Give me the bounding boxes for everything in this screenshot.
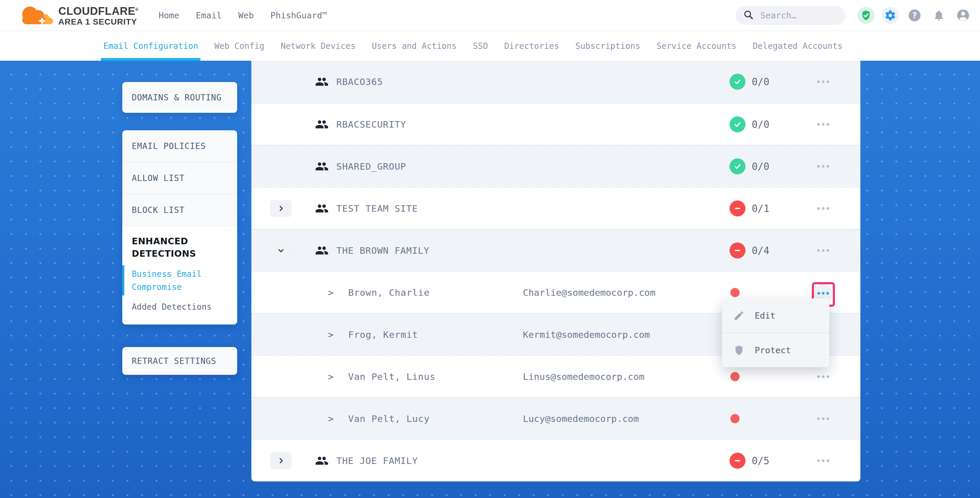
search-placeholder: Search… (760, 10, 796, 21)
content-area: DOMAINS & ROUTING EMAIL POLICIESALLOW LI… (0, 61, 980, 498)
search-input[interactable]: Search… (735, 6, 846, 25)
protected-count: 0/0 (752, 118, 770, 130)
tab-directories[interactable]: Directories (504, 31, 559, 61)
menu-item-edit[interactable]: Edit (722, 298, 829, 333)
top-nav: HomeEmailWebPhishGuard™ (159, 10, 328, 21)
member-name: Frog, Kermit (348, 329, 418, 340)
row-actions-context-menu: EditProtect (722, 298, 829, 367)
sidebar-item-block-list[interactable]: BLOCK LIST (122, 194, 237, 226)
groups-table: RBACO3650/0RBACSECURITY0/0SHARED_GROUP0/… (251, 61, 861, 481)
row-actions-menu-button[interactable] (813, 375, 834, 378)
row-actions-menu-button[interactable] (813, 417, 834, 420)
row-actions-menu-button[interactable] (813, 207, 834, 210)
pencil-icon (733, 310, 745, 321)
sidebar-item-added-detections[interactable]: Added Detections (132, 302, 228, 312)
group-name: RBACO365 (336, 76, 383, 87)
header-actions: Search… ? (735, 6, 980, 25)
group-name: THE BROWN FAMILY (336, 245, 430, 256)
menu-item-label: Edit (755, 310, 775, 321)
member-name: Van Pelt, Lucy (348, 413, 430, 424)
sidebar-item-label: DOMAINS & ROUTING (132, 93, 222, 102)
group-row: SHARED_GROUP0/0 (251, 145, 861, 187)
member-email: Charlie@somedemocorp.com (523, 287, 655, 298)
tab-network-devices[interactable]: Network Devices (281, 31, 356, 61)
row-actions-menu-button[interactable] (813, 123, 834, 126)
group-row: THE BROWN FAMILY0/4 (251, 229, 861, 271)
group-name: RBACSECURITY (336, 119, 406, 130)
member-name: Brown, Charlie (348, 287, 430, 298)
top-nav-web[interactable]: Web (238, 10, 254, 21)
svg-text:?: ? (912, 11, 916, 20)
member-arrow-icon: > (328, 287, 334, 298)
status-check-badge (730, 74, 746, 90)
group-people-icon (315, 454, 329, 468)
shield-check-icon[interactable] (858, 7, 875, 24)
member-arrow-icon: > (328, 371, 334, 382)
protected-count: 0/1 (752, 202, 770, 214)
app-header: CLOUDFLARE® AREA 1 SECURITY HomeEmailWeb… (0, 0, 980, 31)
status-check-badge (730, 116, 746, 132)
enhanced-detections-title: ENHANCED DETECTIONS (132, 235, 203, 260)
protected-count: 0/0 (752, 76, 770, 88)
menu-item-label: Protect (755, 345, 791, 355)
help-icon[interactable]: ? (906, 7, 923, 24)
collapse-chevron-button[interactable] (270, 242, 292, 259)
shield-icon (733, 345, 745, 356)
member-email: Lucy@somedemocorp.com (523, 413, 639, 424)
tab-subscriptions[interactable]: Subscriptions (575, 31, 640, 61)
tab-sso[interactable]: SSO (473, 31, 488, 61)
top-nav-home[interactable]: Home (159, 10, 180, 21)
tab-web-config[interactable]: Web Config (214, 31, 264, 61)
member-name: Van Pelt, Linus (348, 371, 436, 382)
expand-chevron-button[interactable] (270, 452, 292, 469)
group-row: THE JOE FAMILY0/5 (251, 439, 861, 481)
member-email: Linus@somedemocorp.com (523, 371, 644, 382)
status-minus-badge (730, 200, 746, 216)
member-arrow-icon: > (328, 329, 334, 340)
status-minus-badge (730, 453, 746, 469)
search-icon (743, 10, 754, 21)
group-name: TEST TEAM SITE (336, 203, 418, 214)
member-row: >Van Pelt, LucyLucy@somedemocorp.com (251, 397, 861, 439)
menu-item-protect[interactable]: Protect (722, 333, 829, 367)
status-alert-dot (730, 288, 740, 297)
bell-icon[interactable] (930, 7, 947, 24)
status-alert-dot (730, 414, 740, 423)
top-nav-email[interactable]: Email (196, 10, 222, 21)
row-actions-menu-button[interactable] (813, 81, 834, 83)
top-nav-phishguard[interactable]: PhishGuard™ (270, 10, 327, 21)
brand-name: CLOUDFLARE® (58, 4, 138, 17)
sidebar-item-domains-routing[interactable]: DOMAINS & ROUTING (122, 82, 237, 113)
row-actions-menu-button[interactable] (813, 459, 834, 462)
user-icon[interactable] (955, 7, 972, 24)
row-actions-menu-button[interactable] (813, 165, 834, 167)
row-actions-menu-button[interactable] (813, 249, 834, 252)
cloudflare-cloud-icon (16, 3, 55, 28)
gear-icon[interactable] (882, 7, 899, 24)
cloudflare-logo[interactable]: CLOUDFLARE® AREA 1 SECURITY (16, 3, 138, 28)
tab-email-configuration[interactable]: Email Configuration (103, 31, 198, 61)
sidebar-item-email-policies[interactable]: EMAIL POLICIES (122, 130, 237, 162)
group-people-icon (315, 159, 329, 173)
protected-count: 0/4 (752, 245, 770, 256)
sidebar-policies-card: EMAIL POLICIESALLOW LISTBLOCK LIST ENHAN… (122, 130, 237, 325)
group-people-icon (315, 75, 329, 89)
tab-users-and-actions[interactable]: Users and Actions (372, 31, 457, 61)
group-row: TEST TEAM SITE0/1 (251, 187, 861, 229)
group-name: THE JOE FAMILY (336, 455, 418, 466)
sidebar-item-business-email-compromise[interactable]: Business Email Compromise (132, 268, 210, 294)
protected-count: 0/5 (752, 455, 770, 466)
group-name: SHARED_GROUP (336, 161, 406, 172)
sidebar-item-allow-list[interactable]: ALLOW LIST (122, 162, 237, 194)
tab-service-accounts[interactable]: Service Accounts (657, 31, 737, 61)
member-arrow-icon: > (328, 413, 334, 424)
expand-chevron-button[interactable] (270, 200, 292, 217)
group-row: RBACO3650/0 (251, 61, 861, 103)
sidebar-item-label: RETRACT SETTINGS (132, 356, 216, 366)
sidebar-item-retract-settings[interactable]: RETRACT SETTINGS (122, 347, 237, 375)
status-check-badge (730, 158, 746, 174)
member-email: Kermit@somedemocorp.com (523, 329, 650, 340)
group-people-icon (315, 202, 329, 215)
tab-delegated-accounts[interactable]: Delegated Accounts (752, 31, 842, 61)
brand-subtitle: AREA 1 SECURITY (58, 17, 138, 27)
